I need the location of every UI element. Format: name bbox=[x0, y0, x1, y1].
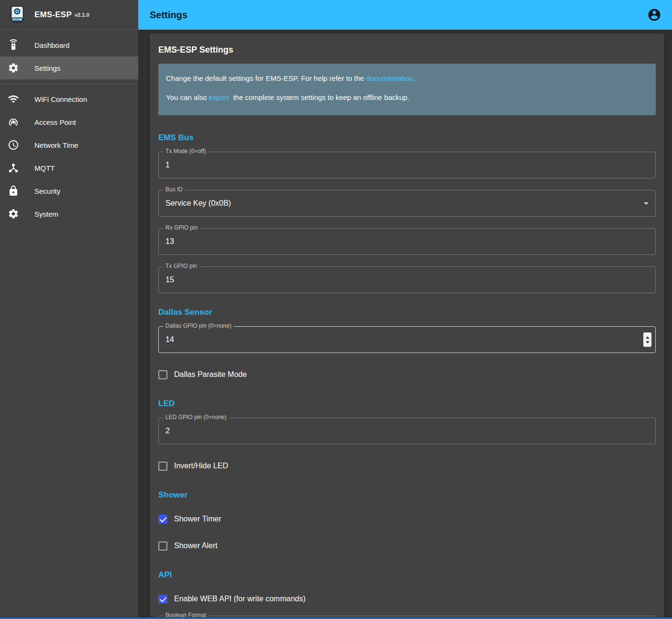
sidebar-item-security[interactable]: Security bbox=[0, 179, 138, 202]
info-text: You can also bbox=[166, 93, 209, 101]
sidebar-group-system: WiFi Connection Access Point Network Tim… bbox=[0, 83, 138, 229]
field-label: Rx GPIO pin bbox=[163, 224, 200, 231]
info-box: Change the default settings for EMS-ESP.… bbox=[158, 64, 656, 115]
tx-gpio-field[interactable]: Tx GPIO pin 15 bbox=[158, 266, 656, 293]
account-circle-icon[interactable] bbox=[647, 8, 661, 22]
number-spinner[interactable] bbox=[643, 332, 651, 347]
checkbox-label: Dallas Parasite Mode bbox=[174, 370, 247, 379]
checkbox-box[interactable] bbox=[158, 542, 167, 551]
sidebar-item-label: Network Time bbox=[34, 141, 78, 149]
checkbox-box[interactable] bbox=[158, 595, 167, 604]
sidebar-item-label: WiFi Connection bbox=[34, 95, 87, 103]
device-hub-icon bbox=[8, 162, 19, 174]
invert-led-checkbox[interactable]: Invert/Hide LED bbox=[158, 456, 656, 476]
app-title: EMS-ESP bbox=[34, 10, 72, 20]
checkbox-label: Shower Timer bbox=[174, 515, 221, 523]
wifi-tethering-icon bbox=[8, 116, 19, 128]
sidebar-item-label: Settings bbox=[34, 64, 60, 72]
dallas-parasite-checkbox[interactable]: Dallas Parasite Mode bbox=[158, 365, 656, 385]
info-text: Change the default settings for EMS-ESP.… bbox=[166, 74, 366, 82]
checkbox-box[interactable] bbox=[158, 515, 167, 524]
section-title-api: API bbox=[158, 570, 656, 580]
section-title-shower: Shower bbox=[158, 490, 656, 500]
sidebar-item-mqtt[interactable]: MQTT bbox=[0, 156, 138, 179]
app-version: v2.1.0 bbox=[75, 12, 89, 18]
checkbox-label: Shower Alert bbox=[174, 542, 218, 550]
field-value: 2 bbox=[165, 427, 170, 435]
sidebar-item-system[interactable]: System bbox=[0, 202, 138, 225]
field-label: Bus ID bbox=[163, 186, 185, 193]
sidebar-item-wifi-connection[interactable]: WiFi Connection bbox=[0, 88, 138, 111]
sidebar-item-label: Dashboard bbox=[34, 41, 69, 49]
sidebar-item-network-time[interactable]: Network Time bbox=[0, 133, 138, 156]
sidebar: EMS-ESP v2.1.0 Dashboard Settings WiFi C… bbox=[0, 0, 138, 619]
field-value: 15 bbox=[165, 276, 174, 284]
shower-timer-checkbox[interactable]: Shower Timer bbox=[158, 509, 656, 529]
wifi-icon bbox=[8, 93, 19, 105]
led-gpio-field[interactable]: LED GPIO pin (0=none) 2 bbox=[158, 418, 656, 444]
info-text: the complete system settings to keep an … bbox=[231, 93, 409, 101]
lock-icon bbox=[8, 185, 19, 197]
field-value: 14 bbox=[165, 335, 174, 344]
field-value: 1 bbox=[165, 161, 170, 169]
checkbox-box[interactable] bbox=[158, 370, 167, 379]
sidebar-item-settings[interactable]: Settings bbox=[0, 56, 138, 79]
ems-esp-logo-icon bbox=[8, 5, 27, 24]
main-area: Settings EMS-ESP Settings Change the def… bbox=[138, 0, 672, 619]
sidebar-item-label: Security bbox=[34, 187, 60, 195]
field-label: LED GPIO pin (0=none) bbox=[163, 414, 229, 420]
field-value: Service Key (0x0B) bbox=[165, 199, 231, 208]
info-text: . bbox=[413, 74, 415, 82]
bottom-accent-bar bbox=[0, 617, 672, 619]
spinner-down-icon[interactable] bbox=[646, 341, 650, 343]
shower-alert-checkbox[interactable]: Shower Alert bbox=[158, 536, 656, 556]
spacer bbox=[158, 609, 656, 616]
dropdown-arrow-icon bbox=[644, 202, 649, 205]
field-label: Tx Mode (0=off) bbox=[163, 148, 209, 155]
appbar: Settings bbox=[138, 0, 672, 30]
card-title: EMS-ESP Settings bbox=[158, 45, 656, 55]
documentation-link[interactable]: documentation bbox=[366, 74, 413, 82]
enable-web-api-checkbox[interactable]: Enable WEB API (for write commands) bbox=[158, 589, 656, 609]
page-title: Settings bbox=[150, 10, 187, 21]
remote-icon bbox=[8, 39, 19, 51]
sidebar-item-label: MQTT bbox=[34, 164, 55, 172]
export-link[interactable]: export bbox=[209, 93, 229, 101]
sidebar-group-project: Dashboard Settings bbox=[0, 30, 138, 83]
section-title-led: LED bbox=[158, 399, 656, 409]
info-paragraph: Change the default settings for EMS-ESP.… bbox=[166, 73, 648, 84]
content-area: EMS-ESP Settings Change the default sett… bbox=[138, 30, 672, 619]
section-title-dallas-sensor: Dallas Sensor bbox=[158, 308, 656, 317]
sidebar-item-dashboard[interactable]: Dashboard bbox=[0, 33, 138, 56]
spinner-up-icon[interactable] bbox=[646, 336, 650, 339]
field-label: Dallas GPIO pin (0=none) bbox=[163, 322, 234, 329]
sidebar-item-label: System bbox=[34, 210, 58, 218]
rx-gpio-field[interactable]: Rx GPIO pin 13 bbox=[158, 228, 656, 255]
field-value: 13 bbox=[165, 237, 174, 246]
checkbox-label: Enable WEB API (for write commands) bbox=[174, 595, 306, 603]
bus-id-select[interactable]: Bus ID Service Key (0x0B) bbox=[158, 190, 656, 217]
checkbox-label: Invert/Hide LED bbox=[174, 462, 228, 470]
tx-mode-field[interactable]: Tx Mode (0=off) 1 bbox=[158, 152, 656, 178]
sidebar-item-label: Access Point bbox=[34, 118, 76, 126]
settings-card: EMS-ESP Settings Change the default sett… bbox=[150, 33, 664, 619]
spacer bbox=[158, 529, 656, 536]
sidebar-item-access-point[interactable]: Access Point bbox=[0, 111, 138, 133]
sidebar-header: EMS-ESP v2.1.0 bbox=[0, 0, 138, 30]
clock-icon bbox=[8, 139, 19, 151]
section-title-ems-bus: EMS Bus bbox=[158, 133, 656, 143]
info-paragraph: You can also export the complete system … bbox=[166, 92, 648, 103]
gear-icon bbox=[8, 208, 19, 220]
dallas-gpio-field[interactable]: Dallas GPIO pin (0=none) 14 bbox=[158, 326, 656, 353]
field-label: Tx GPIO pin bbox=[163, 263, 199, 269]
checkbox-box[interactable] bbox=[158, 462, 167, 471]
gear-icon bbox=[8, 62, 19, 74]
